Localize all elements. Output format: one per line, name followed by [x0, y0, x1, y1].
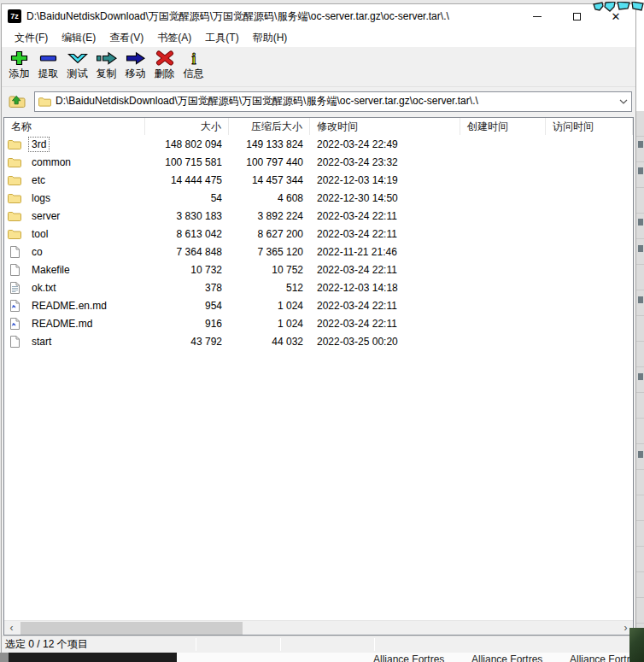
file-packed-cell: 14 457 344	[229, 174, 310, 186]
file-icon	[8, 246, 25, 258]
file-row[interactable]: start43 79244 0322022-03-25 00:20	[4, 332, 633, 350]
toolbar-button-label: 信息	[184, 67, 204, 81]
menu-item[interactable]: 帮助(H)	[246, 28, 295, 48]
minimize-button[interactable]	[518, 4, 557, 28]
menu-item[interactable]: 查看(V)	[102, 28, 150, 48]
minimize-icon	[533, 16, 542, 17]
toolbar-button-label: 删除	[155, 67, 175, 81]
toolbar-button-copy-arrow[interactable]: 复制	[92, 50, 120, 81]
folder-icon	[8, 192, 25, 203]
toolbar-button-delete-x[interactable]: 删除	[150, 50, 179, 81]
column-header[interactable]: 名称	[4, 118, 145, 135]
file-name-cell[interactable]: logs	[4, 190, 145, 206]
file-name-label: README.en.md	[28, 298, 110, 313]
info-i-icon: i	[182, 50, 206, 66]
toolbar-button-add-plus[interactable]: 添加	[5, 50, 33, 81]
file-name-cell[interactable]: co	[4, 244, 145, 260]
scroll-left-button[interactable]: ‹	[4, 621, 19, 636]
file-packed-cell: 10 752	[229, 264, 310, 276]
file-packed-cell: 8 627 200	[229, 228, 310, 240]
file-modified-cell: 2022-12-03 14:19	[310, 174, 460, 186]
parent-folder-button[interactable]	[5, 91, 29, 112]
address-bar: D:\BaiduNetdiskDownload\万国觉醒源码\万国觉醒源码\服务…	[2, 87, 635, 115]
horizontal-scrollbar[interactable]: ‹ ›	[4, 620, 633, 635]
background-graffiti-icon	[592, 0, 644, 15]
toolbar-button-extract-minus[interactable]: 提取	[34, 50, 62, 81]
file-name-label: ok.txt	[28, 280, 60, 296]
background-text-fragment	[638, 373, 643, 380]
file-row[interactable]: 3rd148 802 094149 133 8242022-03-24 22:4…	[4, 135, 633, 153]
file-modified-cell: 2022-03-24 22:11	[310, 318, 460, 330]
menu-item[interactable]: 文件(F)	[8, 28, 55, 48]
column-header[interactable]: 访问时间	[546, 118, 633, 135]
file-row[interactable]: etc14 444 47514 457 3442022-12-03 14:19	[4, 171, 633, 189]
toolbar-button-label: 测试	[67, 67, 88, 81]
file-name-cell[interactable]: README.en.md	[4, 298, 145, 313]
background-window-bottom: Alliance Fortres Alliance Fortres Allian…	[0, 653, 644, 662]
file-name-cell[interactable]: tool	[4, 226, 145, 242]
file-row[interactable]: common100 715 581100 797 4402022-03-24 2…	[4, 153, 633, 171]
file-packed-cell: 100 797 440	[229, 156, 310, 168]
menu-item[interactable]: 编辑(E)	[55, 28, 102, 48]
file-name-label: logs	[28, 190, 54, 206]
background-dark-panel	[9, 653, 177, 662]
file-modified-cell: 2022-03-25 00:20	[310, 336, 460, 348]
toolbar-button-test-chevron[interactable]: 测试	[63, 50, 91, 81]
maximize-button[interactable]	[557, 4, 596, 28]
file-size-cell: 10 732	[145, 264, 229, 276]
column-header[interactable]: 创建时间	[460, 118, 546, 135]
file-packed-cell: 1 024	[229, 318, 310, 330]
file-row[interactable]: co7 364 8487 365 1202022-11-21 21:46	[4, 243, 633, 261]
file-packed-cell: 3 892 224	[229, 210, 310, 222]
file-size-cell: 916	[145, 318, 229, 330]
background-list-rows	[635, 111, 644, 628]
file-icon	[8, 264, 25, 276]
file-row[interactable]: logs544 6082022-12-30 14:50	[4, 189, 633, 207]
file-name-cell[interactable]: Makefile	[4, 262, 145, 278]
file-packed-cell: 1 024	[229, 300, 310, 312]
file-name-cell[interactable]: 3rd	[4, 137, 145, 152]
file-name-cell[interactable]: start	[4, 334, 145, 349]
file-row[interactable]: tool8 613 0428 627 2002022-03-24 22:11	[4, 225, 633, 243]
scrollbar-thumb[interactable]	[20, 622, 243, 635]
folder-icon	[8, 210, 25, 221]
move-arrow-icon	[124, 50, 148, 66]
file-name-label: tool	[28, 226, 51, 242]
menu-item[interactable]: 工具(T)	[198, 28, 245, 48]
file-row[interactable]: Makefile10 73210 7522022-03-24 22:11	[4, 261, 633, 278]
file-row[interactable]: README.md9161 0242022-03-24 22:11	[4, 314, 633, 332]
file-name-cell[interactable]: etc	[4, 173, 145, 188]
file-modified-cell: 2022-03-24 22:11	[310, 264, 460, 276]
file-list: 名称大小压缩后大小修改时间创建时间访问时间 3rd148 802 094149 …	[3, 117, 634, 636]
background-text-fragment	[638, 451, 643, 458]
file-row[interactable]: ok.txt3785122022-12-03 14:18	[4, 278, 633, 296]
folder-up-icon	[9, 94, 26, 108]
address-combobox[interactable]: D:\BaiduNetdiskDownload\万国觉醒源码\万国觉醒源码\服务…	[34, 91, 632, 112]
file-name-cell[interactable]: README.md	[4, 316, 145, 331]
file-modified-cell: 2022-03-24 23:32	[310, 156, 460, 168]
address-path[interactable]: D:\BaiduNetdiskDownload\万国觉醒源码\万国觉醒源码\服务…	[56, 94, 616, 108]
column-header[interactable]: 修改时间	[310, 118, 460, 135]
file-name-cell[interactable]: common	[4, 155, 145, 170]
toolbar-button-move-arrow[interactable]: 移动	[121, 50, 149, 81]
address-dropdown-button[interactable]	[616, 92, 631, 111]
file-name-cell[interactable]: ok.txt	[4, 280, 145, 296]
window-title: D:\BaiduNetdiskDownload\万国觉醒源码\万国觉醒源码\服务…	[26, 9, 518, 24]
file-size-cell: 7 364 848	[145, 246, 229, 258]
menu-item[interactable]: 书签(A)	[150, 28, 198, 48]
column-header[interactable]: 压缩后大小	[229, 118, 310, 135]
toolbar-button-info-i[interactable]: i信息	[179, 50, 208, 81]
add-plus-icon	[8, 50, 32, 66]
column-header[interactable]: 大小	[145, 118, 229, 135]
status-bar: 选定 0 / 12 个项目	[2, 636, 635, 653]
titlebar[interactable]: 7z D:\BaiduNetdiskDownload\万国觉醒源码\万国觉醒源码…	[2, 4, 635, 28]
file-name-cell[interactable]: server	[4, 208, 145, 224]
background-label: Alliance Fortre	[570, 653, 635, 662]
folder-icon	[8, 228, 25, 239]
file-row[interactable]: server3 830 1833 892 2242022-03-24 22:11	[4, 207, 633, 225]
file-name-label: Makefile	[28, 262, 73, 278]
folder-icon	[8, 156, 25, 167]
file-name-label: co	[28, 244, 46, 260]
file-row[interactable]: README.en.md9541 0242022-03-24 22:11	[4, 296, 633, 314]
toolbar: 添加提取测试复制移动删除i信息	[2, 48, 635, 87]
